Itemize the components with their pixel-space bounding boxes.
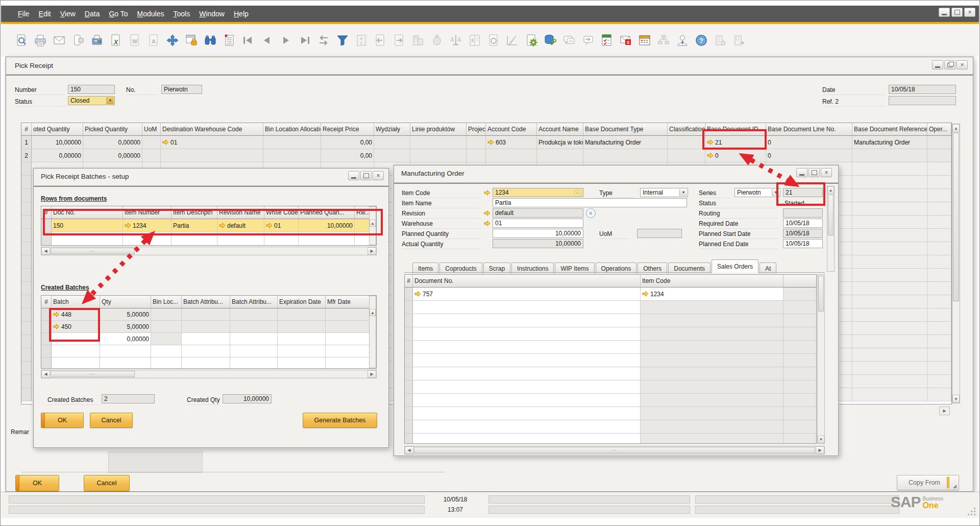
cell[interactable] — [783, 301, 817, 314]
document-settings-icon[interactable] — [525, 34, 538, 47]
journal-entry-icon[interactable]: $ — [468, 34, 481, 47]
cell[interactable] — [172, 232, 217, 245]
cell[interactable] — [927, 388, 951, 401]
scroll-left-icon[interactable]: ◀ — [41, 370, 50, 378]
cell[interactable]: 0,00 — [321, 136, 374, 149]
cell[interactable] — [278, 321, 326, 332]
cell[interactable] — [641, 420, 783, 433]
scroll-right-icon[interactable]: ▶ — [816, 446, 824, 454]
cell[interactable]: 450 — [52, 321, 100, 332]
cell[interactable] — [405, 407, 413, 420]
print-icon[interactable] — [34, 34, 47, 47]
cell[interactable] — [21, 162, 32, 175]
cell[interactable]: 448 — [52, 308, 100, 320]
horizontal-scrollbar[interactable]: ◀ ⋯ ▶ — [404, 446, 825, 455]
cell[interactable] — [927, 189, 951, 202]
table-row[interactable] — [405, 341, 816, 354]
cell[interactable] — [852, 149, 927, 162]
cell[interactable] — [230, 333, 278, 345]
cell[interactable] — [852, 229, 927, 242]
refresh-record-icon[interactable] — [317, 34, 330, 47]
copy-to-document-icon[interactable] — [393, 34, 406, 47]
cell[interactable] — [852, 335, 927, 348]
cell[interactable]: 0,00000 — [100, 333, 151, 345]
cell[interactable] — [182, 333, 230, 345]
column-header[interactable]: Document No. — [413, 275, 641, 287]
maximize-icon[interactable] — [808, 168, 820, 177]
cell[interactable] — [413, 301, 641, 314]
table-row[interactable] — [405, 434, 816, 444]
cell[interactable] — [783, 288, 817, 300]
cell[interactable]: Manufacturing Order — [852, 136, 927, 149]
cell[interactable] — [142, 149, 161, 162]
menu-item-edit[interactable]: Edit — [39, 10, 51, 18]
cell[interactable] — [405, 301, 413, 314]
export-excel-icon[interactable]: X — [109, 34, 122, 47]
cell[interactable] — [405, 341, 413, 353]
cell[interactable] — [278, 345, 326, 357]
scroll-right-icon[interactable]: ▶ — [939, 407, 950, 415]
cell[interactable] — [852, 308, 927, 321]
cell[interactable] — [413, 420, 641, 433]
table-row[interactable] — [405, 407, 816, 420]
choose-from-list-icon[interactable]: ≡ — [574, 189, 581, 197]
column-header[interactable]: Bin Location Allocation — [263, 123, 321, 135]
cell[interactable]: 5,00000 — [100, 321, 151, 332]
cell[interactable] — [21, 348, 32, 361]
uom-field[interactable] — [637, 229, 682, 238]
cell[interactable] — [852, 295, 927, 308]
filter-table-icon[interactable] — [336, 34, 349, 47]
column-header[interactable]: Base Document Type — [583, 123, 668, 135]
chevron-down-icon[interactable]: ▼ — [679, 189, 687, 196]
menu-item-go-to[interactable]: Go To — [109, 10, 128, 18]
cell[interactable]: 2 — [21, 149, 32, 162]
cell[interactable] — [405, 354, 413, 367]
cell[interactable] — [927, 162, 951, 175]
fax-icon[interactable] — [90, 34, 104, 47]
type-dropdown[interactable]: Internal▼ — [640, 188, 688, 197]
document-preview-icon[interactable] — [487, 34, 500, 47]
table-row[interactable]: 7571234 — [405, 288, 816, 301]
cell[interactable]: 0 — [766, 149, 852, 162]
cell[interactable] — [927, 375, 951, 388]
cell[interactable] — [927, 295, 951, 308]
cell[interactable] — [927, 216, 951, 228]
column-header[interactable]: Base Document Reference — [852, 123, 927, 135]
menu-item-help[interactable]: Help — [234, 10, 249, 18]
cell[interactable] — [852, 362, 927, 374]
horizontal-scrollbar[interactable]: ◀ ⋯ ▶ — [41, 370, 377, 378]
cell[interactable] — [852, 176, 927, 188]
lock-screen-icon[interactable] — [185, 34, 198, 47]
cell[interactable]: 0,00 — [321, 149, 374, 162]
column-header[interactable]: # — [41, 296, 52, 308]
cell[interactable] — [182, 321, 230, 332]
cell[interactable] — [927, 322, 951, 334]
cell[interactable] — [583, 149, 668, 162]
app-close-button[interactable]: × — [964, 8, 975, 17]
cell[interactable]: 757 — [413, 288, 641, 300]
column-header[interactable]: Account Name — [537, 123, 583, 135]
cell[interactable] — [41, 219, 52, 232]
cell[interactable] — [41, 357, 52, 369]
cell[interactable] — [783, 380, 817, 393]
column-header[interactable]: Batch — [52, 296, 100, 308]
cell[interactable] — [405, 380, 413, 393]
cell[interactable] — [410, 149, 467, 162]
payment-wizard-icon[interactable] — [430, 34, 444, 47]
company-settings-icon[interactable] — [714, 34, 727, 47]
cell[interactable] — [783, 367, 817, 380]
cell[interactable]: 603 — [486, 136, 537, 149]
vertical-scrollbar[interactable]: ▼ — [817, 274, 825, 444]
cell[interactable] — [852, 282, 927, 295]
chevron-down-icon[interactable]: ▼ — [106, 97, 114, 104]
cell[interactable] — [405, 367, 413, 380]
cell[interactable]: Partia — [172, 219, 217, 232]
cell[interactable] — [927, 136, 951, 149]
employee-icon[interactable] — [676, 34, 689, 47]
cell[interactable]: 150 — [52, 219, 123, 232]
cell[interactable]: 0 — [705, 149, 766, 162]
cell[interactable] — [852, 269, 927, 281]
cell[interactable] — [783, 314, 817, 327]
planned-end-field[interactable]: 10/05/18 — [783, 239, 823, 248]
close-icon[interactable]: × — [373, 171, 384, 180]
